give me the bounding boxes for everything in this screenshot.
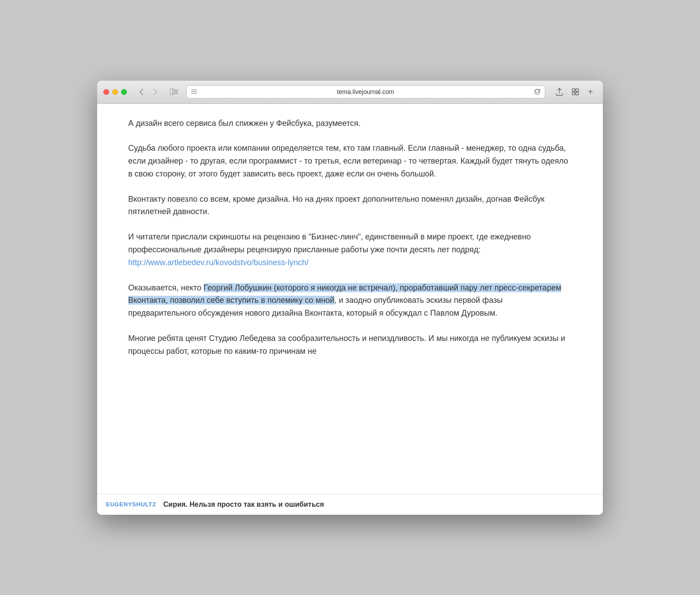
add-tab-button[interactable]: + (584, 86, 597, 98)
paragraph-4-before-link: И читатели прислали скриншоты на рецензи… (128, 232, 531, 254)
paragraph-6: Многие ребята ценят Студию Лебедева за с… (128, 332, 572, 358)
close-button[interactable] (103, 89, 109, 95)
sidebar-toggle-button[interactable] (168, 86, 180, 98)
maximize-button[interactable] (121, 89, 127, 95)
browser-window: tema.livejournal.com (97, 81, 603, 515)
address-bar[interactable]: tema.livejournal.com (186, 85, 545, 98)
article-text: А дизайн всего сервиса был спижжен у Фей… (128, 117, 572, 358)
paragraph-3: Вконтакту повезло со всем, кроме дизайна… (128, 193, 572, 219)
paragraph-3-text: Вконтакту повезло со всем, кроме дизайна… (128, 195, 544, 216)
business-lynch-link[interactable]: http://www.artlebedev.ru/kovodstvo/busin… (128, 258, 309, 267)
paragraph-5-before: Оказывается, некто (128, 283, 204, 292)
menu-icon (191, 89, 197, 95)
paragraph-4: И читатели прислали скриншоты на рецензи… (128, 231, 572, 269)
forward-button[interactable] (149, 86, 161, 98)
bottom-author[interactable]: EUGENYSHULTZ (106, 501, 156, 508)
bottom-bar: EUGENYSHULTZ Сирия. Нельзя просто так вз… (97, 494, 603, 515)
paragraph-2-text: Судьба любого проекта или компании опред… (128, 144, 568, 178)
url-text: tema.livejournal.com (201, 88, 531, 95)
paragraph-5: Оказывается, некто Георгий Лобушкин (кот… (128, 282, 572, 320)
svg-rect-7 (572, 89, 575, 91)
reload-button[interactable] (534, 89, 540, 95)
titlebar: tema.livejournal.com (97, 81, 603, 104)
traffic-lights (103, 89, 127, 95)
toolbar-right: + (552, 86, 597, 98)
paragraph-6-text: Многие ребята ценят Студию Лебедева за с… (128, 334, 565, 356)
paragraph-2: Судьба любого проекта или компании опред… (128, 142, 572, 180)
svg-rect-8 (576, 89, 578, 91)
back-button[interactable] (135, 86, 147, 98)
content-area: А дизайн всего сервиса был спижжен у Фей… (97, 104, 603, 494)
paragraph-1: А дизайн всего сервиса был спижжен у Фей… (128, 117, 572, 130)
paragraph-1-text: А дизайн всего сервиса был спижжен у Фей… (128, 119, 361, 128)
bottom-title: Сирия. Нельзя просто так взять и ошибить… (163, 501, 324, 509)
svg-rect-0 (170, 89, 173, 95)
nav-buttons (135, 86, 161, 98)
minimize-button[interactable] (112, 89, 118, 95)
svg-rect-9 (572, 92, 575, 95)
tab-overview-button[interactable] (568, 86, 582, 98)
svg-rect-10 (576, 92, 578, 95)
share-button[interactable] (552, 86, 566, 98)
